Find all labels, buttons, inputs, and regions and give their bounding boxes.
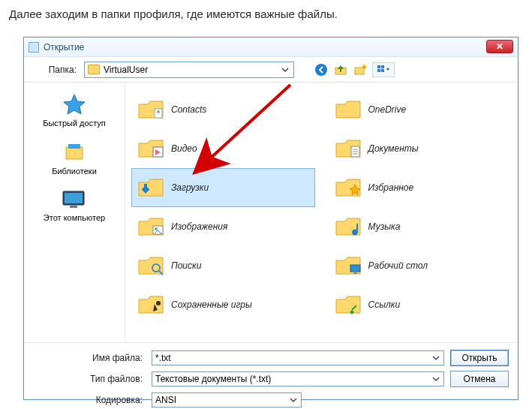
folder-label: Изображения bbox=[171, 221, 227, 232]
cancel-button[interactable]: Отмена bbox=[450, 371, 509, 387]
views-button[interactable] bbox=[372, 62, 395, 77]
svg-rect-25 bbox=[350, 265, 360, 272]
intro-text: Далее заходим в папки профиля, где имеют… bbox=[9, 8, 526, 20]
sidebar-item-label: Библиотеки bbox=[52, 167, 97, 176]
chevron-down-icon bbox=[288, 395, 299, 405]
svg-rect-5 bbox=[377, 65, 380, 68]
folder-label: Ссылки bbox=[368, 299, 401, 310]
folder-label: Поиски bbox=[171, 260, 201, 271]
views-icon bbox=[377, 65, 390, 75]
up-button[interactable] bbox=[333, 62, 348, 77]
svg-rect-7 bbox=[377, 69, 380, 72]
sidebar-item-this-pc[interactable]: Этот компьютер bbox=[44, 189, 105, 222]
filetype-value: Текстовые документы (*.txt) bbox=[155, 374, 271, 384]
computer-icon bbox=[61, 189, 88, 210]
svg-rect-12 bbox=[65, 193, 83, 203]
sidebar: Быстрый доступ Библиотеки Этот компьютер bbox=[24, 83, 125, 342]
open-file-dialog: Открытие ✕ Папка: VirtualUser ✦ bbox=[23, 37, 518, 400]
folder-item[interactable]: Документы bbox=[329, 129, 512, 168]
file-list: ContactsOneDriveВидеоДокументыЗагрузкиИз… bbox=[125, 83, 518, 342]
svg-point-0 bbox=[315, 64, 327, 76]
sidebar-item-label: Быстрый доступ bbox=[43, 119, 106, 128]
folder-item[interactable]: Contacts bbox=[131, 90, 315, 129]
svg-rect-13 bbox=[70, 206, 77, 208]
folder-item[interactable]: Изображения bbox=[131, 207, 315, 246]
open-button[interactable]: Открыть bbox=[450, 350, 509, 366]
folder-label: Избранное bbox=[368, 182, 414, 193]
folder-item[interactable]: Сохраненные игры bbox=[131, 285, 315, 324]
folder-label: Музыка bbox=[368, 221, 401, 232]
folder-label: Сохраненные игры bbox=[171, 299, 252, 310]
folder-item[interactable]: Поиски bbox=[131, 246, 315, 285]
filename-value: *.txt bbox=[155, 353, 171, 363]
filename-label: Имя файла: bbox=[33, 353, 146, 363]
folder-label: OneDrive bbox=[368, 104, 407, 115]
folder-icon bbox=[335, 98, 361, 121]
filetype-dropdown[interactable]: Текстовые документы (*.txt) bbox=[152, 371, 444, 386]
close-icon: ✕ bbox=[496, 41, 503, 52]
sidebar-item-label: Этот компьютер bbox=[44, 213, 105, 222]
chevron-down-icon bbox=[431, 353, 441, 363]
libraries-icon bbox=[62, 141, 87, 164]
folder-item[interactable]: Музыка bbox=[329, 207, 512, 246]
svg-rect-8 bbox=[381, 69, 384, 72]
folder-item[interactable]: Избранное bbox=[329, 168, 512, 207]
chevron-down-icon bbox=[431, 374, 441, 384]
svg-rect-6 bbox=[381, 65, 384, 68]
sidebar-item-quick-access[interactable]: Быстрый доступ bbox=[43, 93, 106, 128]
new-folder-button[interactable]: ✦ bbox=[353, 62, 368, 77]
svg-rect-9 bbox=[66, 147, 83, 159]
chevron-down-icon bbox=[280, 65, 290, 75]
folder-label: Рабочий стол bbox=[368, 260, 428, 271]
svg-rect-10 bbox=[68, 144, 80, 149]
folder-icon bbox=[138, 176, 164, 199]
folder-item[interactable]: Ссылки bbox=[329, 285, 512, 324]
folder-dropdown-value: VirtualUser bbox=[104, 65, 148, 75]
new-folder-icon: ✦ bbox=[353, 63, 367, 77]
titlebar: Открытие ✕ bbox=[24, 38, 518, 57]
toolbar: Папка: VirtualUser ✦ bbox=[24, 57, 518, 83]
folder-icon bbox=[138, 293, 164, 316]
folder-icon bbox=[335, 215, 361, 238]
folder-label: Contacts bbox=[171, 104, 206, 115]
star-icon bbox=[62, 93, 87, 116]
dialog-title: Открытие bbox=[44, 42, 84, 53]
folder-label: Видео bbox=[171, 143, 197, 154]
folder-icon bbox=[335, 176, 361, 199]
folder-icon bbox=[335, 293, 361, 316]
back-icon bbox=[314, 63, 328, 77]
folder-icon bbox=[88, 65, 100, 74]
folder-item[interactable]: Видео bbox=[131, 129, 315, 168]
bottom-panel: Имя файла: *.txt Открыть Тип файлов: Тек… bbox=[24, 342, 518, 409]
folder-label: Документы bbox=[368, 143, 419, 154]
back-button[interactable] bbox=[314, 62, 329, 77]
svg-point-22 bbox=[155, 227, 158, 230]
up-folder-icon bbox=[334, 63, 347, 77]
svg-point-15 bbox=[157, 110, 160, 113]
folder-icon bbox=[138, 215, 164, 238]
folder-item[interactable]: OneDrive bbox=[329, 90, 512, 129]
svg-point-27 bbox=[156, 301, 161, 305]
encoding-label: Кодировка: bbox=[33, 395, 146, 405]
encoding-value: ANSI bbox=[155, 395, 176, 405]
filename-input[interactable]: *.txt bbox=[152, 350, 444, 365]
app-icon bbox=[29, 42, 39, 53]
folder-icon bbox=[335, 254, 361, 277]
sidebar-item-libraries[interactable]: Библиотеки bbox=[52, 141, 97, 176]
folder-icon bbox=[138, 98, 164, 121]
folder-item[interactable]: Загрузки bbox=[131, 168, 315, 207]
folder-dropdown[interactable]: VirtualUser bbox=[84, 62, 294, 78]
folder-label: Загрузки bbox=[171, 182, 209, 193]
svg-rect-26 bbox=[353, 272, 357, 274]
close-button[interactable]: ✕ bbox=[486, 40, 513, 53]
folder-item[interactable]: Рабочий стол bbox=[329, 246, 512, 285]
folder-icon bbox=[335, 137, 361, 160]
filetype-label: Тип файлов: bbox=[33, 374, 146, 384]
svg-text:✦: ✦ bbox=[362, 65, 366, 70]
folder-icon bbox=[138, 137, 164, 160]
folder-label: Папка: bbox=[32, 65, 77, 75]
folder-icon bbox=[138, 254, 164, 277]
encoding-dropdown[interactable]: ANSI bbox=[152, 392, 302, 407]
